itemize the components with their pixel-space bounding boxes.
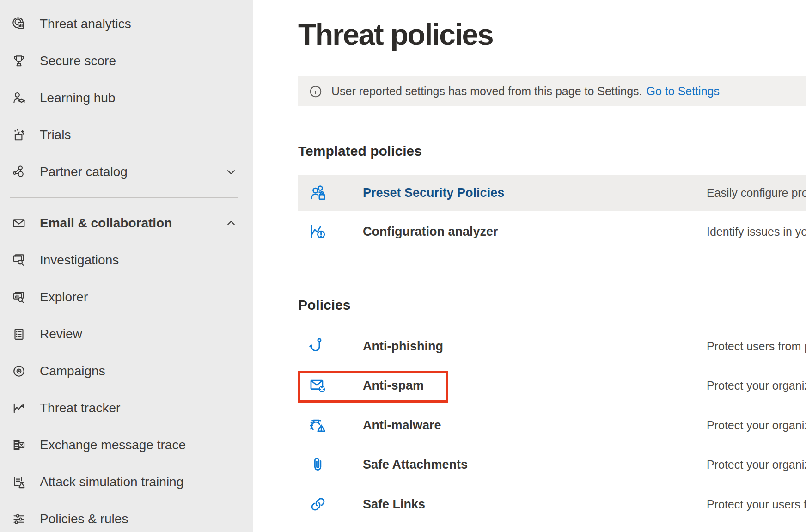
sidebar-item-label: Secure score [40,54,116,68]
anti-spam-icon [308,375,328,396]
sidebar-item-threat-analytics[interactable]: Threat analytics [0,6,253,43]
sidebar-item-label: Email & collaboration [40,216,172,231]
sidebar-item-label: Threat analytics [40,17,131,31]
row-anti-spam[interactable]: Anti-spam Protect your organiz [298,366,806,405]
sidebar-item-policies-rules[interactable]: Policies & rules [0,501,253,532]
section-heading-templated-policies: Templated policies [298,143,422,159]
sidebar-divider [10,197,238,198]
campaigns-target-icon [10,362,28,380]
sidebar-item-label: Campaigns [40,364,105,379]
threat-tracker-chart-icon [10,399,28,417]
trials-gift-icon [10,126,28,144]
row-description: Protect your users fr [707,497,806,511]
sidebar-item-label: Partner catalog [40,165,128,179]
investigations-icon [10,251,28,269]
row-anti-malware[interactable]: Anti-malware Protect your organiz [298,405,806,445]
sidebar-item-label: Trials [40,128,71,142]
partner-catalog-icon [10,163,28,181]
main-content: Threat policies User reported settings h… [253,0,806,532]
row-preset-security-policies[interactable]: Preset Security Policies Easily configur… [298,175,806,211]
row-safe-links[interactable]: Safe Links Protect your users fr [298,484,806,524]
safe-links-chain-icon [308,494,328,514]
configuration-analyzer-icon [308,221,328,242]
sidebar-item-label: Attack simulation training [40,475,183,489]
sidebar-item-label: Threat tracker [40,401,120,416]
sidebar-item-campaigns[interactable]: Campaigns [0,353,253,390]
exchange-message-trace-icon [10,436,28,454]
sidebar-item-review[interactable]: Review [0,316,253,353]
anti-malware-bug-icon [308,415,328,435]
page-title: Threat policies [298,18,493,52]
row-description: Identify issues in you [707,225,806,238]
safe-attachments-link[interactable]: Safe Attachments [363,458,468,472]
chevron-up-icon[interactable] [226,218,237,229]
anti-phishing-hook-icon [308,336,328,356]
threat-analytics-icon [10,15,28,33]
attack-simulation-training-icon [10,473,28,491]
row-description: Protect users from p [707,340,806,353]
anti-phishing-link[interactable]: Anti-phishing [363,339,443,354]
section-heading-policies: Policies [298,297,350,313]
anti-spam-link[interactable]: Anti-spam [363,379,424,393]
sidebar-item-label: Policies & rules [40,512,128,526]
sidebar-item-trials[interactable]: Trials [0,116,253,153]
sidebar-item-partner-catalog[interactable]: Partner catalog [0,153,253,190]
banner-message: User reported settings has moved from th… [331,85,642,98]
sidebar-item-learning-hub[interactable]: Learning hub [0,79,253,116]
row-description: Protect your organiz [707,418,806,432]
sidebar-item-explorer[interactable]: Explorer [0,279,253,316]
preset-security-policies-icon [308,183,328,203]
safe-links-link[interactable]: Safe Links [363,497,425,511]
row-description: Protect your organiz [707,379,806,392]
sidebar-item-label: Explorer [40,290,88,305]
secure-score-trophy-icon [10,52,28,70]
sidebar-item-threat-tracker[interactable]: Threat tracker [0,390,253,427]
info-icon [309,85,323,98]
email-collaboration-icon [10,214,28,232]
review-list-icon [10,325,28,343]
configuration-analyzer-link[interactable]: Configuration analyzer [363,224,498,238]
sidebar-item-secure-score[interactable]: Secure score [0,43,253,79]
chevron-down-icon[interactable] [226,166,237,177]
preset-security-policies-link[interactable]: Preset Security Policies [363,186,504,200]
sidebar-item-label: Investigations [40,253,119,268]
sidebar-item-attack-simulation-training[interactable]: Attack simulation training [0,464,253,501]
safe-attachments-paperclip-icon [308,454,328,475]
sidebar-item-exchange-message-trace[interactable]: Exchange message trace [0,427,253,464]
row-description: Easily configure prot [707,186,806,200]
info-banner: User reported settings has moved from th… [298,76,806,106]
sidebar-item-label: Review [40,327,82,342]
sidebar-item-label: Exchange message trace [40,438,186,453]
explorer-icon [10,288,28,306]
row-anti-phishing[interactable]: Anti-phishing Protect users from p [298,327,806,366]
sidebar-item-investigations[interactable]: Investigations [0,242,253,279]
row-safe-attachments[interactable]: Safe Attachments Protect your organiz [298,445,806,484]
go-to-settings-link[interactable]: Go to Settings [647,85,720,98]
learning-hub-icon [10,89,28,107]
sidebar-navigation: Threat analytics Secure score Learning h… [0,0,253,532]
sidebar-item-email-collaboration[interactable]: Email & collaboration [0,205,253,242]
policies-rules-sliders-icon [10,510,28,528]
row-description: Protect your organiz [707,458,806,471]
sidebar-item-label: Learning hub [40,91,115,105]
row-configuration-analyzer[interactable]: Configuration analyzer Identify issues i… [298,211,806,252]
anti-malware-link[interactable]: Anti-malware [363,418,441,432]
